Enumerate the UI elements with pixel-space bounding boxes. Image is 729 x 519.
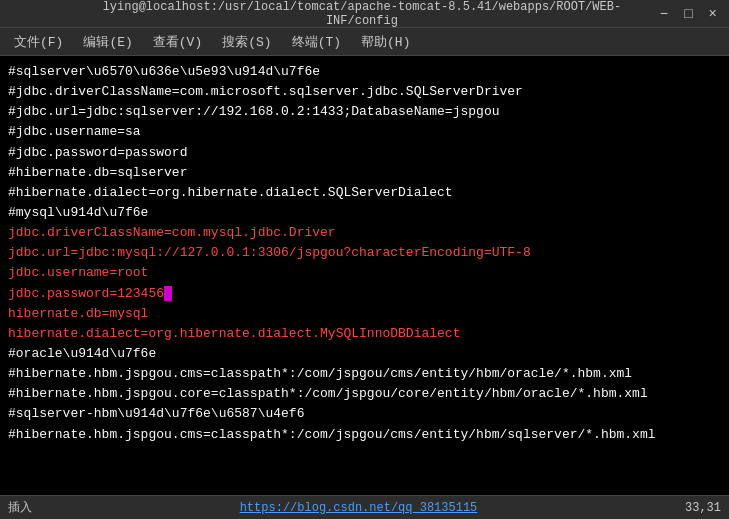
content-line-16: #oracle\u914d\u7f6e [8, 344, 721, 364]
content-line-14: hibernate.dialect=org.hibernate.dialect.… [8, 324, 721, 344]
content-line-11: jdbc.username=root [8, 263, 721, 283]
content-line-9: jdbc.driverClassName=com.mysql.jdbc.Driv… [8, 223, 721, 243]
menu-item-编辑(E)[interactable]: 编辑(E) [73, 29, 142, 55]
content-line-6: #hibernate.dialect=org.hibernate.dialect… [8, 183, 721, 203]
content-line-12: jdbc.password=123456 [8, 284, 721, 304]
content-line-17: #hibernate.hbm.jspgou.cms=classpath*:/co… [8, 364, 721, 384]
menu-item-搜索(S)[interactable]: 搜索(S) [212, 29, 281, 55]
content-line-2: #jdbc.url=jdbc:sqlserver://192.168.0.2:1… [8, 102, 721, 122]
content-line-10: jdbc.url=jdbc:mysql://127.0.0.1:3306/jsp… [8, 243, 721, 263]
title-bar: lying@localhost:/usr/local/tomcat/apache… [0, 0, 729, 28]
menu-item-查看(V)[interactable]: 查看(V) [143, 29, 212, 55]
menu-item-帮助(H)[interactable]: 帮助(H) [351, 29, 420, 55]
status-mode: 插入 [8, 499, 32, 516]
content-line-8: #mysql\u914d\u7f6e [8, 203, 721, 223]
content-line-3: #jdbc.username=sa [8, 122, 721, 142]
close-button[interactable]: × [705, 6, 721, 22]
menu-item-文件(F)[interactable]: 文件(F) [4, 29, 73, 55]
minimize-button[interactable]: − [656, 6, 672, 22]
content-line-18: #hibernate.hbm.jspgou.core=classpath*:/c… [8, 384, 721, 404]
content-area: #sqlserver\u6570\u636e\u5e93\u914d\u7f6e… [0, 56, 729, 495]
status-url[interactable]: https://blog.csdn.net/qq_38135115 [240, 501, 478, 515]
content-line-13: hibernate.db=mysql [8, 304, 721, 324]
content-line-4: #jdbc.password=password [8, 143, 721, 163]
content-line-21: #hibernate.hbm.jspgou.cms=classpath*:/co… [8, 425, 721, 445]
content-line-0: #sqlserver\u6570\u636e\u5e93\u914d\u7f6e [8, 62, 721, 82]
maximize-button[interactable]: □ [680, 6, 696, 22]
status-bar: 插入 https://blog.csdn.net/qq_38135115 33,… [0, 495, 729, 519]
menu-item-终端(T)[interactable]: 终端(T) [282, 29, 351, 55]
window-title: lying@localhost:/usr/local/tomcat/apache… [68, 0, 656, 28]
content-line-1: #jdbc.driverClassName=com.microsoft.sqls… [8, 82, 721, 102]
window-controls[interactable]: − □ × [656, 6, 721, 22]
content-line-20: #sqlserver-hbm\u914d\u7f6e\u6587\u4ef6 [8, 404, 721, 424]
status-position: 33,31 [685, 501, 721, 515]
menu-bar: 文件(F)编辑(E)查看(V)搜索(S)终端(T)帮助(H) [0, 28, 729, 56]
content-line-5: #hibernate.db=sqlserver [8, 163, 721, 183]
